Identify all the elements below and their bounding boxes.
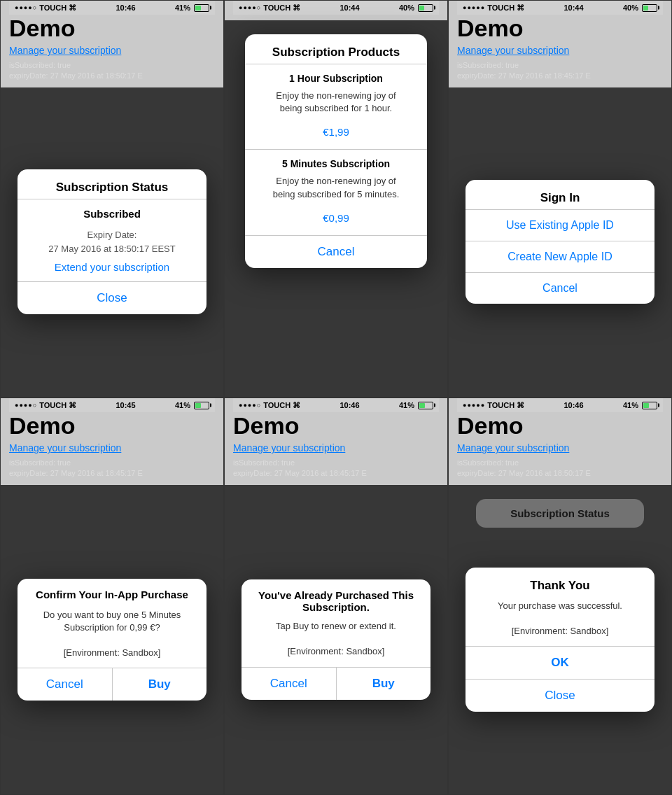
modal-overlay-6: Thank You Your purchase was successful.[… — [449, 485, 671, 794]
wifi-icon-1: ⌘ — [69, 3, 76, 13]
carrier-1: TOUCH — [39, 3, 66, 12]
phone-screen-2: ●●●●○ TOUCH ⌘ 10:44 40% Subscription Pro… — [224, 0, 448, 398]
battery-pct-2: 40% — [399, 3, 414, 12]
signal-dots-6: ●●●●● — [463, 402, 485, 409]
battery-pct-1: 41% — [175, 3, 190, 12]
phone-screen-5: ●●●●○ TOUCH ⌘ 10:46 41% Demo Manage your… — [224, 398, 448, 795]
cancel-button-4[interactable]: Cancel — [18, 668, 113, 701]
manage-link-3[interactable]: Manage your subscription — [457, 45, 663, 56]
confirm-purchase-modal: Confirm Your In-App Purchase Do you want… — [18, 579, 206, 701]
battery-pct-5: 41% — [399, 401, 414, 409]
status-bar-4: ●●●●○ TOUCH ⌘ 10:45 41% — [9, 398, 215, 412]
expiry-text-1: Expiry Date:27 May 2016 at 18:50:17 EEST — [29, 228, 195, 255]
status-bar-1: ●●●●○ TOUCH ⌘ 10:46 41% — [9, 1, 215, 15]
extend-link[interactable]: Extend your subscription — [29, 255, 195, 276]
carrier-3: TOUCH — [487, 3, 514, 12]
status-text-4: isSubscribed: trueexpiryDate: 27 May 201… — [9, 458, 215, 479]
already-purchased-title: You've Already Purchased This Subscripti… — [241, 579, 430, 617]
content-4: Confirm Your In-App Purchase Do you want… — [1, 485, 223, 794]
content-2: Subscription Products 1 Hour Subscriptio… — [225, 20, 447, 397]
close-button-6[interactable]: Close — [465, 680, 654, 712]
thank-you-title: Thank You — [465, 568, 654, 597]
cancel-button-5[interactable]: Cancel — [241, 668, 337, 700]
sign-in-modal: Sign In Use Existing Apple ID Create New… — [465, 180, 654, 304]
create-new-button[interactable]: Create New Apple ID — [465, 241, 654, 272]
app-title-5: Demo — [233, 412, 439, 439]
time-5: 10:46 — [340, 401, 359, 409]
manage-link-5[interactable]: Manage your subscription — [233, 442, 439, 453]
phone-screen-1: ●●●●○ TOUCH ⌘ 10:46 41% Demo Manage your… — [0, 0, 224, 398]
signal-dots-2: ●●●●○ — [239, 4, 261, 11]
modal-overlay-5: You've Already Purchased This Subscripti… — [225, 485, 447, 794]
phone-screen-4: ●●●●○ TOUCH ⌘ 10:45 41% Demo Manage your… — [0, 398, 224, 795]
signal-dots-1: ●●●●○ — [15, 4, 37, 11]
ok-button-6[interactable]: OK — [465, 647, 654, 679]
carrier-2: TOUCH — [263, 3, 290, 12]
app-title-6: Demo — [457, 412, 663, 439]
manage-link-1[interactable]: Manage your subscription — [9, 45, 215, 56]
status-text-3: isSubscribed: trueexpiryDate: 27 May 201… — [457, 60, 663, 82]
battery-6 — [642, 402, 657, 409]
modal-overlay-3: Sign In Use Existing Apple ID Create New… — [449, 87, 671, 397]
buy-button-4[interactable]: Buy — [113, 668, 207, 701]
cancel-button-2[interactable]: Cancel — [245, 236, 427, 268]
time-1: 10:46 — [115, 3, 135, 12]
content-3: Sign In Use Existing Apple ID Create New… — [449, 87, 671, 397]
time-2: 10:44 — [340, 3, 359, 12]
manage-link-4[interactable]: Manage your subscription — [9, 442, 215, 453]
signin-title: Sign In — [465, 180, 654, 209]
cancel-button-3[interactable]: Cancel — [465, 273, 654, 304]
already-purchased-body: Tap Buy to renew or extend it.[Environme… — [241, 617, 430, 667]
status-text-1: isSubscribed: trueexpiryDate: 27 May 201… — [9, 60, 215, 82]
status-text-6: isSubscribed: trueexpiryDate: 27 May 201… — [457, 458, 663, 479]
battery-2 — [418, 4, 433, 12]
product1-desc: Enjoy the non-renewing joy of being subs… — [256, 87, 416, 123]
status-bar-3: ●●●●● TOUCH ⌘ 10:44 40% — [457, 1, 663, 15]
modal-overlay-1: Subscription Status Subscribed Expiry Da… — [1, 87, 223, 397]
already-purchased-buttons: Cancel Buy — [241, 668, 430, 700]
carrier-6: TOUCH — [487, 401, 514, 409]
subscription-status-modal: Subscription Status Subscribed Expiry Da… — [18, 169, 206, 314]
modal-title-1: Subscription Status — [18, 169, 206, 199]
product1-title: 1 Hour Subscription — [256, 73, 416, 87]
modal-overlay-4: Confirm Your In-App Purchase Do you want… — [1, 485, 223, 794]
confirm-buttons: Cancel Buy — [18, 668, 206, 701]
battery-5 — [418, 402, 433, 409]
wifi-icon-2: ⌘ — [293, 3, 300, 13]
product2-title: 5 Minutes Subscription — [256, 158, 416, 172]
wifi-icon-5: ⌘ — [293, 401, 300, 410]
battery-pct-3: 40% — [623, 3, 638, 12]
subscription-products-modal: Subscription Products 1 Hour Subscriptio… — [245, 34, 427, 268]
battery-3 — [642, 4, 657, 12]
wifi-icon-4: ⌘ — [69, 401, 76, 410]
already-purchased-modal: You've Already Purchased This Subscripti… — [241, 579, 430, 700]
carrier-5: TOUCH — [263, 401, 290, 409]
status-bar-2: ●●●●○ TOUCH ⌘ 10:44 40% — [233, 1, 439, 15]
modal-overlay-2: Subscription Products 1 Hour Subscriptio… — [225, 20, 447, 397]
carrier-4: TOUCH — [39, 401, 66, 409]
subscribed-label: Subscribed — [29, 208, 195, 220]
use-existing-button[interactable]: Use Existing Apple ID — [465, 210, 654, 241]
thank-you-body: Your purchase was successful.[Environmen… — [465, 597, 654, 647]
battery-1 — [194, 4, 209, 12]
product2-desc: Enjoy the non-renewing joy of being subs… — [256, 172, 416, 209]
content-1: Subscription Status Subscribed Expiry Da… — [1, 87, 223, 397]
buy-button-5[interactable]: Buy — [337, 668, 431, 700]
wifi-icon-3: ⌘ — [517, 3, 524, 13]
phone-screen-6: ●●●●● TOUCH ⌘ 10:46 41% Demo Manage your… — [448, 398, 672, 795]
product1-price: €1,99 — [256, 123, 416, 146]
manage-link-6[interactable]: Manage your subscription — [457, 442, 663, 453]
app-title-4: Demo — [9, 412, 215, 439]
signal-dots-5: ●●●●○ — [239, 402, 261, 409]
confirm-body: Do you want to buy one 5 Minutes Subscri… — [18, 606, 206, 668]
status-text-5: isSubscribed: trueexpiryDate: 27 May 201… — [233, 458, 439, 479]
app-title-1: Demo — [9, 15, 215, 42]
status-bar-5: ●●●●○ TOUCH ⌘ 10:46 41% — [233, 398, 439, 412]
content-6: Subscription Status Thank You Your purch… — [449, 485, 671, 794]
time-6: 10:46 — [564, 401, 583, 409]
content-5: You've Already Purchased This Subscripti… — [225, 485, 447, 794]
time-4: 10:45 — [115, 401, 135, 409]
status-bar-6: ●●●●● TOUCH ⌘ 10:46 41% — [457, 398, 663, 412]
product2-price: €0,99 — [256, 209, 416, 232]
close-button-1[interactable]: Close — [18, 282, 206, 314]
